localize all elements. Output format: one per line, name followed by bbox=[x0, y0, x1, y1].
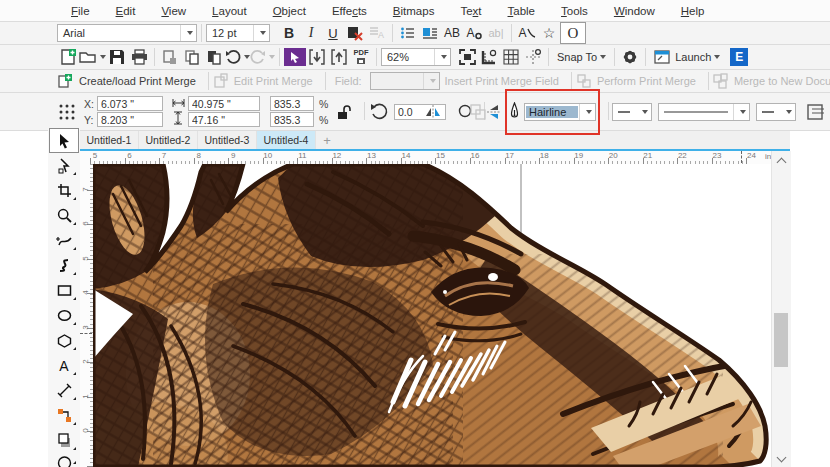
x-position-field[interactable] bbox=[97, 96, 163, 111]
tool-parallel-dimension[interactable] bbox=[49, 378, 79, 403]
tool-transparency[interactable] bbox=[49, 453, 79, 467]
publish-pdf-button[interactable]: PDF bbox=[350, 47, 372, 67]
edit-text-button[interactable]: ab| bbox=[485, 23, 507, 43]
menu-effects[interactable]: Effects bbox=[319, 5, 380, 17]
tool-zoom[interactable] bbox=[49, 203, 79, 228]
font-size-dropdown[interactable] bbox=[253, 25, 269, 41]
vertical-ruler[interactable]: 876543210 bbox=[80, 164, 94, 467]
paste-button[interactable] bbox=[203, 47, 225, 67]
menu-window[interactable]: Window bbox=[601, 5, 668, 17]
show-guidelines-button[interactable] bbox=[522, 47, 544, 67]
menu-help[interactable]: Help bbox=[668, 5, 718, 17]
print-button[interactable] bbox=[128, 47, 150, 67]
menu-object[interactable]: Object bbox=[260, 5, 319, 17]
underline-button[interactable]: U bbox=[322, 23, 344, 43]
italic-button[interactable]: I bbox=[300, 23, 322, 43]
merge-to-new-document-button[interactable]: Merge to New Document bbox=[713, 71, 830, 91]
tool-drop-shadow[interactable] bbox=[49, 428, 79, 453]
tool-text[interactable]: A bbox=[49, 353, 79, 378]
search-content-button[interactable] bbox=[284, 48, 306, 66]
tab-untitled-2[interactable]: Untitled-2 bbox=[139, 131, 198, 149]
create-load-print-merge-button[interactable]: Create/load Print Merge bbox=[57, 71, 204, 91]
drawing-canvas[interactable] bbox=[93, 164, 771, 467]
options-button[interactable] bbox=[619, 47, 641, 67]
scale-horizontal-field[interactable] bbox=[270, 96, 314, 111]
redo-button[interactable] bbox=[250, 47, 275, 67]
drop-cap-button[interactable] bbox=[419, 23, 441, 43]
outline-width-dropdown[interactable] bbox=[579, 104, 595, 120]
text-on-path-button[interactable]: A bbox=[516, 23, 538, 43]
y-position-field[interactable] bbox=[97, 112, 163, 127]
object-width-field[interactable] bbox=[188, 96, 260, 111]
import-button[interactable] bbox=[306, 47, 328, 67]
new-document-tab-button[interactable]: + bbox=[316, 131, 338, 149]
scroll-up-icon[interactable] bbox=[777, 158, 787, 168]
tool-shape[interactable] bbox=[49, 153, 79, 178]
outline-o-button[interactable]: O bbox=[560, 22, 586, 44]
menu-edit[interactable]: Edit bbox=[103, 5, 149, 17]
text-properties-button[interactable]: A bbox=[366, 23, 388, 43]
menu-text[interactable]: Text bbox=[447, 5, 494, 17]
rotate-button[interactable] bbox=[370, 102, 388, 120]
scroll-down-icon[interactable] bbox=[777, 453, 787, 463]
show-grid-button[interactable] bbox=[500, 47, 522, 67]
line-style-combo[interactable] bbox=[658, 103, 750, 121]
tool-crop[interactable] bbox=[49, 178, 79, 203]
horizontal-ruler[interactable]: 56789101112131415161718192021222324 inch… bbox=[80, 151, 790, 165]
zoom-level-combo[interactable]: 62% bbox=[381, 48, 451, 66]
zoom-level-dropdown[interactable] bbox=[434, 49, 450, 65]
menu-file[interactable]: File bbox=[58, 5, 103, 17]
launch-button[interactable]: Launch bbox=[650, 47, 724, 67]
lock-ratio-button[interactable] bbox=[336, 104, 351, 120]
outline-settings-button[interactable] bbox=[806, 103, 826, 121]
mirror-vertical-button[interactable] bbox=[486, 104, 502, 120]
snap-to-button[interactable]: Snap To bbox=[553, 47, 610, 67]
scale-vertical-field[interactable] bbox=[270, 112, 314, 127]
tool-pick[interactable] bbox=[49, 128, 79, 153]
insert-print-merge-label[interactable]: Insert Print Merge Field bbox=[445, 75, 559, 87]
edit-print-merge-button[interactable]: Edit Print Merge bbox=[213, 71, 321, 91]
combine-button[interactable] bbox=[470, 104, 486, 120]
font-family-dropdown[interactable] bbox=[180, 25, 196, 41]
tool-freehand[interactable] bbox=[49, 228, 79, 253]
font-size-combo[interactable]: 12 pt bbox=[206, 24, 270, 42]
clear-formatting-button[interactable] bbox=[344, 23, 366, 43]
mirror-horizontal-button[interactable] bbox=[425, 104, 441, 120]
arrow-start-dropdown[interactable] bbox=[636, 104, 651, 120]
tab-untitled-4[interactable]: Untitled-4 bbox=[257, 131, 316, 149]
arrow-start-combo[interactable] bbox=[612, 103, 652, 121]
line-style-dropdown[interactable] bbox=[733, 104, 749, 120]
tool-artistic-media[interactable] bbox=[49, 253, 79, 278]
cut-button[interactable] bbox=[159, 47, 181, 67]
font-family-combo[interactable]: Arial bbox=[57, 24, 197, 42]
change-case-button[interactable]: A bbox=[463, 23, 485, 43]
arrow-end-combo[interactable] bbox=[756, 103, 796, 121]
export-button[interactable] bbox=[328, 47, 350, 67]
scrollbar-thumb[interactable] bbox=[774, 313, 788, 367]
new-document-button[interactable] bbox=[57, 47, 79, 67]
copy-button[interactable] bbox=[181, 47, 203, 67]
uppercase-button[interactable]: AB bbox=[441, 23, 463, 43]
exchange-button[interactable]: E bbox=[730, 48, 748, 66]
tab-untitled-1[interactable]: Untitled-1 bbox=[80, 131, 139, 149]
open-button[interactable] bbox=[79, 47, 106, 67]
menu-tools[interactable]: Tools bbox=[548, 5, 601, 17]
vertical-scrollbar[interactable] bbox=[771, 151, 791, 467]
field-dropdown[interactable] bbox=[423, 73, 439, 89]
undo-button[interactable] bbox=[225, 47, 250, 67]
show-rulers-button[interactable] bbox=[478, 47, 500, 67]
tool-connector[interactable] bbox=[49, 403, 79, 428]
field-combo[interactable] bbox=[370, 72, 440, 90]
arrow-end-dropdown[interactable] bbox=[780, 104, 795, 120]
object-height-field[interactable] bbox=[188, 112, 260, 127]
outline-width-combo[interactable]: Hairline bbox=[524, 103, 596, 121]
menu-bitmaps[interactable]: Bitmaps bbox=[380, 5, 448, 17]
tool-ellipse[interactable] bbox=[49, 303, 79, 328]
tool-polygon[interactable] bbox=[49, 328, 79, 353]
perform-print-merge-button[interactable]: Perform Print Merge bbox=[576, 71, 704, 91]
tool-rectangle[interactable] bbox=[49, 278, 79, 303]
bold-button[interactable]: B bbox=[278, 23, 300, 43]
star-button[interactable]: ☆ bbox=[538, 23, 560, 43]
menu-table[interactable]: Table bbox=[495, 5, 549, 17]
save-button[interactable] bbox=[106, 47, 128, 67]
